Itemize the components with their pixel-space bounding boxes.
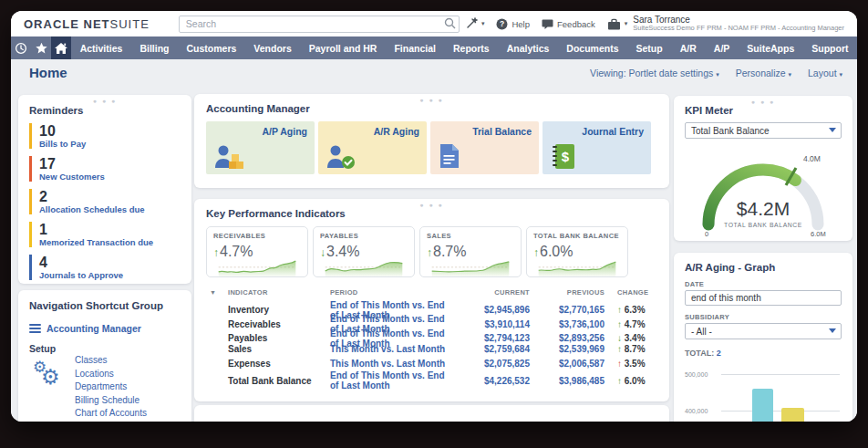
date-input[interactable]: [685, 290, 842, 306]
shortcuts-star-icon: [35, 42, 48, 55]
table-row-sales: Sales This Month vs. Last Month $2,759,6…: [206, 342, 657, 357]
sparkline-chart: [210, 256, 305, 276]
ar-aging-graph-portlet: A/R Aging - Graph DATE SUBSIDIARY - All …: [674, 253, 852, 422]
nav-item-customers[interactable]: Customers: [178, 36, 245, 59]
gauge-chart: 4.0M $4.2M TOTAL BANK BALANCE 0 6.0M: [685, 144, 842, 239]
nav-item-activities[interactable]: Activities: [71, 36, 131, 59]
shortcut-link-chart-of-accounts[interactable]: Chart of Accounts: [75, 407, 181, 421]
kpi-tile-payables[interactable]: PAYABLES ↓3.4%: [313, 226, 415, 277]
table-filter-caret-icon[interactable]: ▼: [206, 289, 228, 296]
main-navbar: Activities Billing Customers Vendors Pay…: [11, 36, 857, 59]
search-icon[interactable]: [444, 17, 456, 29]
home-button[interactable]: [51, 36, 71, 59]
gauge-value: $4.2M: [737, 198, 790, 219]
shortcut-link-billing-schedule[interactable]: Billing Schedule: [75, 394, 181, 408]
shortcut-link-classes[interactable]: Classes: [75, 354, 181, 368]
nav-item-ar[interactable]: A/R: [671, 36, 705, 59]
nav-item-ap[interactable]: A/P: [705, 36, 739, 59]
table-row-inventory: Inventory End of This Month vs. End of L…: [206, 300, 657, 315]
feedback-button[interactable]: Feedback: [542, 18, 595, 30]
reminder-bills-to-pay[interactable]: 10 Bills to Pay: [29, 123, 181, 149]
nav-item-billing[interactable]: Billing: [131, 36, 178, 59]
next-portlet-cropped: [194, 405, 669, 422]
logo-oracle: ORACLE: [24, 17, 79, 31]
chevron-down-icon: ▾: [839, 71, 842, 78]
home-icon: [54, 42, 68, 55]
card-ar-aging[interactable]: A/R Aging: [318, 121, 427, 174]
reminder-new-customers[interactable]: 17 New Customers: [29, 156, 181, 182]
search-input[interactable]: [179, 16, 460, 33]
kpi-tile-total-bank-balance[interactable]: TOTAL BANK BALANCE ↑6.0%: [526, 226, 628, 277]
svg-text:?: ?: [500, 19, 504, 28]
card-trial-balance[interactable]: Trial Balance: [430, 121, 539, 174]
nav-item-payroll-hr[interactable]: Payroll and HR: [300, 36, 386, 59]
nav-shortcut-portlet: Navigation Shortcut Group Accounting Man…: [18, 290, 191, 422]
sparkline-chart: [316, 256, 411, 276]
trend-up-icon: ↑: [617, 359, 622, 369]
drag-handle-icon[interactable]: ● ● ●: [419, 97, 444, 103]
viewing-portlet-date-settings[interactable]: Viewing: Portlet date settings ▾: [590, 68, 719, 78]
kpi-portlet: ● ● ● Key Performance Indicators RECEIVA…: [194, 199, 669, 401]
drag-handle-icon[interactable]: ● ● ●: [751, 99, 776, 105]
personalize-menu[interactable]: Personalize ▾: [736, 68, 791, 78]
shortcut-accounting-manager[interactable]: Accounting Manager: [29, 322, 181, 335]
nav-item-reports[interactable]: Reports: [444, 36, 498, 59]
journal-dollar-icon: $: [550, 142, 577, 170]
reminder-allocation-schedules[interactable]: 2 Allocation Schedules due: [29, 189, 181, 214]
shortcuts-button[interactable]: [31, 36, 51, 59]
drag-handle-icon[interactable]: ● ● ●: [419, 202, 444, 208]
sparkline-chart: [423, 256, 518, 276]
sparkline-chart: [530, 256, 625, 276]
dropdown-caret-icon: [829, 328, 836, 333]
drag-handle-icon[interactable]: ● ● ●: [93, 98, 118, 104]
reminder-memorized-transaction[interactable]: 1 Memorized Transaction due: [29, 222, 181, 247]
help-icon: ?: [496, 18, 508, 30]
kpi-meter-select[interactable]: Total Bank Balance: [685, 122, 842, 139]
nav-item-support[interactable]: Support: [803, 36, 857, 59]
kpi-table: ▼ INDICATOR PERIOD CURRENT PREVIOUS CHAN…: [206, 286, 657, 385]
table-row-total-bank-balance: Total Bank Balance End of This Month vs.…: [206, 370, 657, 385]
create-new-menu[interactable]: ▾: [465, 17, 485, 30]
nav-menu: Activities Billing Customers Vendors Pay…: [71, 36, 857, 59]
card-journal-entry[interactable]: Journal Entry $: [542, 121, 651, 174]
table-row-expenses: Expenses This Month vs. Last Month $2,07…: [206, 357, 657, 371]
subsidiary-select[interactable]: - All -: [685, 323, 842, 339]
kpi-meter-title: KPI Meter: [685, 105, 842, 116]
help-label: Help: [512, 19, 530, 29]
chevron-down-icon: ▾: [625, 20, 628, 27]
create-new-icon: [465, 17, 478, 30]
nav-item-setup[interactable]: Setup: [627, 36, 671, 59]
trend-up-icon: ↑: [617, 344, 622, 354]
recent-records-button[interactable]: [11, 36, 31, 59]
shortcut-setup-heading: Setup: [29, 343, 181, 354]
hamburger-icon: [29, 322, 41, 335]
kpi-meter-portlet: ● ● ● KPI Meter Total Bank Balance 4.0M …: [674, 96, 852, 241]
person-boxes-icon: [213, 142, 246, 170]
table-row-payables: Payables End of This Month vs. End of La…: [206, 328, 657, 343]
chevron-down-icon: ▾: [481, 20, 485, 27]
nav-item-vendors[interactable]: Vendors: [245, 36, 300, 59]
nav-item-analytics[interactable]: Analytics: [498, 36, 558, 59]
recent-records-clock-icon: [15, 42, 27, 55]
role-menu[interactable]: ▾ Sara Torrance SuiteSuccess Demo FF PRM…: [607, 15, 844, 33]
nav-item-suiteapps[interactable]: SuiteApps: [739, 36, 803, 59]
card-ap-aging[interactable]: A/P Aging: [206, 121, 315, 174]
nav-item-documents[interactable]: Documents: [558, 36, 627, 59]
shortcut-link-departments[interactable]: Departments: [75, 380, 181, 394]
top-header: ORACLE NETSUITE ▾ ? Help Feedback ▾: [11, 11, 857, 36]
reminders-title: Reminders: [29, 105, 181, 116]
nav-item-financial[interactable]: Financial: [386, 36, 445, 59]
gauge-min-label: 0: [705, 230, 708, 238]
kpi-tile-receivables[interactable]: RECEIVABLES ↑4.7%: [206, 226, 308, 277]
shortcut-link-locations[interactable]: Locations: [75, 368, 181, 381]
date-label: DATE: [685, 280, 842, 288]
accounting-manager-title: Accounting Manager: [206, 103, 657, 114]
layout-menu[interactable]: Layout ▾: [808, 68, 842, 78]
reminder-journals-to-approve[interactable]: 4 Journals to Approve: [29, 255, 181, 280]
roles-briefcase-icon: [607, 18, 621, 30]
oracle-netsuite-logo[interactable]: ORACLE NETSUITE: [24, 17, 150, 31]
help-button[interactable]: ? Help: [496, 18, 530, 30]
kpi-tile-sales[interactable]: SALES ↑8.7%: [419, 226, 522, 277]
bar-series-2[interactable]: [781, 408, 804, 422]
bar-series-1[interactable]: [752, 389, 773, 422]
